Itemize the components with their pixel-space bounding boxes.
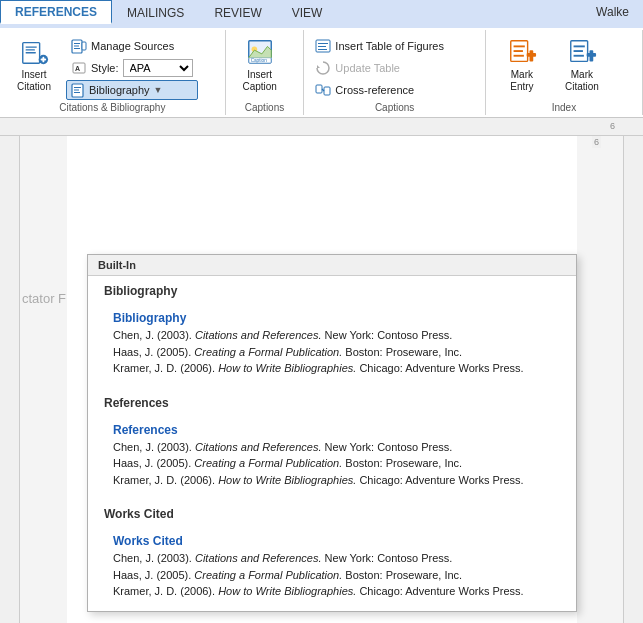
tab-mailings[interactable]: MAILINGS — [112, 0, 199, 24]
right-ruler-num: 6 — [592, 136, 601, 148]
document-area: ctator F Built-In Bibliography Bibliogra… — [0, 136, 643, 623]
svg-rect-41 — [587, 53, 596, 57]
update-table-button[interactable]: Update Table — [310, 58, 449, 78]
svg-rect-2 — [26, 49, 35, 50]
bibliography-dropdown: Built-In Bibliography Bibliography Chen,… — [87, 254, 577, 612]
references-item-citations: Chen, J. (2003). Citations and Reference… — [113, 439, 551, 489]
small-buttons-column: Manage Sources A Style: APA MLA Chicago — [66, 36, 198, 100]
cross-reference-icon — [315, 82, 331, 98]
update-table-label: Update Table — [335, 62, 400, 74]
bibliography-icon — [71, 82, 87, 98]
works-cited-dropdown-item[interactable]: Works Cited Chen, J. (2003). Citations a… — [96, 527, 568, 609]
svg-rect-23 — [318, 43, 328, 44]
mark-citation-button[interactable]: MarkCitation — [554, 34, 610, 96]
insert-citation-icon — [18, 37, 50, 67]
index-group: MarkEntry MarkCitation Index — [486, 30, 643, 115]
wc-cite-1: Chen, J. (2003). Citations and Reference… — [113, 550, 551, 567]
svg-rect-39 — [573, 55, 583, 57]
svg-rect-8 — [74, 43, 80, 44]
cross-reference-label: Cross-reference — [335, 84, 414, 96]
tab-view[interactable]: VIEW — [277, 0, 338, 24]
works-cited-item-label: Works Cited — [113, 534, 551, 548]
works-cited-item-citations: Chen, J. (2003). Citations and Reference… — [113, 550, 551, 600]
svg-rect-35 — [527, 53, 536, 57]
references-section-title: References — [88, 388, 576, 414]
svg-rect-3 — [26, 52, 36, 53]
svg-rect-17 — [74, 92, 80, 93]
ref-cite-1: Chen, J. (2003). Citations and Reference… — [113, 439, 551, 456]
ref-cite-3: Kramer, J. D. (2006). How to Write Bibli… — [113, 472, 551, 489]
style-row: A Style: APA MLA Chicago — [66, 58, 198, 78]
manage-sources-button[interactable]: Manage Sources — [66, 36, 198, 56]
cross-reference-button[interactable]: Cross-reference — [310, 80, 449, 100]
ruler: 6 — [0, 118, 643, 136]
svg-rect-16 — [74, 90, 79, 91]
table-of-figures-group-label: Captions — [304, 102, 485, 113]
insert-table-of-figures-button[interactable]: Insert Table of Figures — [310, 36, 449, 56]
references-dropdown-item[interactable]: References Chen, J. (2003). Citations an… — [96, 416, 568, 498]
bibliography-button[interactable]: Bibliography ▼ — [66, 80, 198, 100]
citations-bibliography-group: InsertCitation Manage Sources — [0, 30, 226, 115]
svg-rect-25 — [318, 49, 327, 50]
tab-review[interactable]: REVIEW — [199, 0, 276, 24]
svg-rect-6 — [41, 59, 47, 61]
bibliography-item-label: Bibliography — [113, 311, 551, 325]
background-page-text: ctator F — [22, 291, 66, 306]
bib-cite-1: Chen, J. (2003). Citations and Reference… — [113, 327, 551, 344]
bibliography-dropdown-item[interactable]: Bibliography Chen, J. (2003). Citations … — [96, 304, 568, 386]
svg-rect-9 — [74, 46, 79, 47]
mark-citation-label: MarkCitation — [565, 69, 599, 93]
bibliography-section-title: Bibliography — [88, 276, 576, 302]
bib-cite-2: Haas, J. (2005). Creating a Formal Publi… — [113, 344, 551, 361]
mark-entry-button[interactable]: MarkEntry — [494, 34, 550, 96]
svg-rect-31 — [513, 45, 524, 47]
svg-rect-10 — [74, 48, 80, 49]
svg-rect-11 — [82, 42, 86, 50]
svg-rect-37 — [573, 45, 584, 47]
svg-rect-32 — [513, 50, 522, 52]
table-of-figures-group: Insert Table of Figures Update Table Cro… — [304, 30, 486, 115]
manage-sources-icon — [71, 38, 87, 54]
user-name: Walke — [582, 0, 643, 24]
mark-entry-icon — [506, 37, 538, 67]
left-margin — [0, 136, 20, 623]
svg-rect-27 — [316, 85, 322, 93]
svg-marker-26 — [317, 65, 320, 68]
group1-top-row: InsertCitation Manage Sources — [6, 34, 198, 100]
works-cited-section-title: Works Cited — [88, 499, 576, 525]
manage-sources-label: Manage Sources — [91, 40, 174, 52]
insert-caption-icon: Caption — [244, 37, 276, 67]
insert-table-of-figures-label: Insert Table of Figures — [335, 40, 444, 52]
svg-rect-15 — [74, 87, 81, 88]
insert-table-of-figures-icon — [315, 38, 331, 54]
bibliography-chevron: ▼ — [154, 85, 163, 95]
insert-citation-label: InsertCitation — [17, 69, 51, 93]
svg-text:Caption: Caption — [250, 58, 267, 63]
svg-rect-28 — [324, 87, 330, 95]
bibliography-label: Bibliography — [89, 84, 150, 96]
ribbon-tab-bar: REFERENCES MAILINGS REVIEW VIEW Walke — [0, 0, 643, 28]
tab-references[interactable]: REFERENCES — [0, 0, 112, 24]
bibliography-item-citations: Chen, J. (2003). Citations and Reference… — [113, 327, 551, 377]
ruler-right-mark: 6 — [610, 121, 615, 131]
index-group-label: Index — [486, 102, 642, 113]
insert-citation-button[interactable]: InsertCitation — [6, 34, 62, 96]
wc-cite-3: Kramer, J. D. (2006). How to Write Bibli… — [113, 583, 551, 600]
page-background: ctator F Built-In Bibliography Bibliogra… — [20, 136, 623, 623]
svg-rect-24 — [318, 46, 326, 47]
references-item-label: References — [113, 423, 551, 437]
style-select[interactable]: APA MLA Chicago — [123, 59, 193, 77]
mark-citation-icon — [566, 37, 598, 67]
insert-caption-label: InsertCaption — [242, 69, 276, 93]
update-table-icon — [315, 60, 331, 76]
svg-rect-1 — [26, 46, 37, 47]
svg-rect-38 — [573, 50, 582, 52]
ribbon: InsertCitation Manage Sources — [0, 28, 643, 118]
mark-entry-label: MarkEntry — [510, 69, 533, 93]
svg-rect-33 — [513, 55, 523, 57]
style-icon: A — [71, 60, 87, 76]
insert-caption-button[interactable]: Caption InsertCaption — [232, 34, 288, 96]
captions-group: Caption InsertCaption Captions — [226, 30, 305, 115]
right-margin — [623, 136, 643, 623]
dropdown-header: Built-In — [88, 255, 576, 276]
